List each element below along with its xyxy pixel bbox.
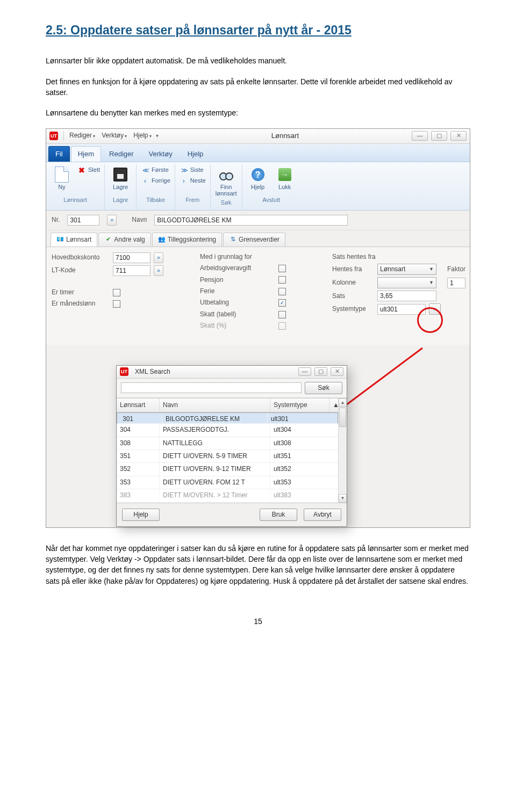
window-title: Lønnsart bbox=[159, 131, 412, 141]
tab-grenseverdier[interactable]: ⇅ Grenseverdier bbox=[223, 233, 285, 247]
app-window: UT Rediger ▾ Verktøy ▾ Hjelp ▾ ▾ Lønnsar… bbox=[46, 128, 470, 528]
sats-label: Sats bbox=[332, 292, 374, 301]
xml-search-dialog: UT XML Search — ▢ ✕ Søk Lønnsart Navn Sy… bbox=[116, 365, 347, 527]
ltkode-lookup[interactable]: » bbox=[154, 265, 163, 276]
ribbon-tab-rediger[interactable]: Rediger bbox=[102, 146, 141, 162]
utbet-checkbox[interactable]: ✓ bbox=[278, 299, 286, 307]
grid-row[interactable]: 352DIETT U/OVERN. 9-12 TIMERult352 bbox=[117, 463, 338, 476]
delete-x-icon: ✖ bbox=[77, 166, 86, 175]
hovedbokskonto-input[interactable] bbox=[113, 252, 150, 263]
grid-row[interactable]: 301BILGODTGJØRELSE KMult301 bbox=[117, 412, 338, 424]
dialog-close-button[interactable]: ✕ bbox=[331, 367, 343, 376]
tab-andre-valg[interactable]: ✔ Andre valg bbox=[98, 233, 150, 247]
ribbon-tab-hjelp[interactable]: Hjelp bbox=[181, 146, 211, 162]
ribbon-tab-hjem[interactable]: Hjem bbox=[71, 146, 101, 162]
satshentes-heading: Sats hentes fra bbox=[332, 252, 376, 262]
pensjon-label: Pensjon bbox=[200, 276, 275, 285]
check-icon: ✔ bbox=[104, 236, 112, 243]
binoculars-icon bbox=[218, 166, 234, 183]
ribbon: Ny ✖ Slett Lønnsart Lagre Lagre bbox=[46, 162, 470, 210]
hovedbokskonto-label: Hovedbokskonto bbox=[52, 253, 110, 262]
skattpct-checkbox[interactable] bbox=[278, 322, 286, 330]
qa-menu-hjelp[interactable]: Hjelp ▾ bbox=[133, 131, 152, 140]
grid-row[interactable]: 353DIETT U/OVERN. FOM 12 Tult353 bbox=[117, 476, 338, 489]
kolonne-select[interactable]: ▼ bbox=[377, 277, 436, 288]
medigrunnlag-heading: Med i grunnlag for bbox=[200, 252, 252, 262]
qa-menu-verktoy[interactable]: Verktøy ▾ bbox=[102, 131, 127, 140]
col-navn[interactable]: Navn bbox=[160, 398, 270, 412]
grid-row[interactable]: 351DIETT U/OVERN. 5-9 TIMERult351 bbox=[117, 450, 338, 463]
ribbon-btn-last[interactable]: ≫ Siste bbox=[178, 165, 207, 175]
tab-tilleggskontering[interactable]: 👥 Tilleggskontering bbox=[152, 233, 222, 247]
ribbon-tab-verktoy[interactable]: Verktøy bbox=[142, 146, 180, 162]
grid-row[interactable]: 304PASSASJERGODTGJ.ult304 bbox=[117, 424, 338, 437]
dialog-minimize-button[interactable]: — bbox=[298, 367, 311, 376]
ribbon-tabstrip: Fil Hjem Rediger Verktøy Hjelp bbox=[46, 144, 470, 163]
header-fields: Nr. » Navn bbox=[46, 211, 470, 230]
ribbon-btn-prev[interactable]: ‹ Forrige bbox=[140, 176, 171, 186]
dialog-hjelp-button[interactable]: Hjelp bbox=[122, 509, 160, 521]
scroll-up-icon[interactable]: ▲ bbox=[339, 398, 347, 407]
chevron-last-icon: ≫ bbox=[180, 166, 188, 175]
ribbon-tab-fil[interactable]: Fil bbox=[48, 146, 70, 162]
page-number: 15 bbox=[46, 616, 470, 627]
dialog-maximize-button[interactable]: ▢ bbox=[314, 367, 327, 376]
col-systemtype[interactable]: Systemtype bbox=[270, 398, 329, 412]
ribbon-btn-hjelp[interactable]: ? Hjelp bbox=[246, 165, 270, 191]
ribbon-btn-lukk[interactable]: Lukk bbox=[273, 165, 297, 191]
ermnd-label: Er månedslønn bbox=[52, 299, 110, 308]
qa-menu-rediger[interactable]: Rediger ▾ bbox=[69, 131, 95, 140]
ertimer-label: Er timer bbox=[52, 288, 110, 297]
ferie-checkbox[interactable] bbox=[278, 288, 286, 295]
nr-label: Nr. bbox=[52, 215, 60, 224]
scroll-thumb[interactable] bbox=[339, 408, 346, 427]
arb-checkbox[interactable] bbox=[278, 265, 286, 272]
tab-lonnsart[interactable]: 💶 Lønnsart bbox=[51, 233, 97, 247]
ltkode-input[interactable] bbox=[113, 265, 150, 276]
dialog-search-input[interactable] bbox=[121, 382, 302, 393]
grid-row[interactable]: 383DIETT M/OVERN. > 12 Timerult383 bbox=[117, 489, 338, 502]
ribbon-btn-finn[interactable]: Finn lønnsart bbox=[214, 165, 239, 198]
ertimer-checkbox[interactable] bbox=[113, 289, 120, 296]
app-icon: UT bbox=[49, 132, 58, 140]
ribbon-btn-next[interactable]: › Neste bbox=[178, 176, 207, 186]
systemtype-label: Systemtype bbox=[332, 305, 374, 314]
pensjon-checkbox[interactable] bbox=[278, 276, 286, 284]
chevron-next-icon: › bbox=[180, 177, 188, 185]
dialog-title: XML Search bbox=[135, 367, 295, 376]
ribbon-btn-first[interactable]: ≪ Første bbox=[140, 165, 171, 175]
dialog-avbryt-button[interactable]: Avbryt bbox=[304, 509, 341, 521]
kolonne-label: Kolonne bbox=[332, 278, 374, 287]
ribbon-group-lonnsart: Lønnsart bbox=[63, 195, 87, 206]
exit-door-icon bbox=[277, 166, 293, 183]
dialog-scrollbar[interactable]: ▲ ▼ bbox=[338, 398, 347, 503]
sats-input[interactable] bbox=[377, 291, 436, 301]
col-lonnsart[interactable]: Lønnsart bbox=[117, 398, 160, 412]
hentesfra-select[interactable]: Lønnsart▼ bbox=[377, 264, 436, 275]
updown-icon: ⇅ bbox=[229, 236, 236, 243]
minimize-button[interactable]: — bbox=[412, 131, 428, 141]
nr-input[interactable] bbox=[67, 215, 99, 226]
dialog-bruk-button[interactable]: Bruk bbox=[260, 509, 297, 521]
ferie-label: Ferie bbox=[200, 287, 275, 296]
faktor-input[interactable] bbox=[447, 278, 465, 288]
ribbon-group-tilbake: Tilbake bbox=[146, 195, 165, 206]
ribbon-group-lagre: Lagre bbox=[113, 195, 128, 206]
scroll-down-icon[interactable]: ▼ bbox=[339, 494, 347, 503]
new-page-icon bbox=[54, 166, 70, 183]
navn-input[interactable] bbox=[154, 215, 348, 226]
navn-label: Navn bbox=[132, 215, 147, 224]
dialog-search-button[interactable]: Søk bbox=[305, 382, 342, 394]
ermnd-checkbox[interactable] bbox=[113, 300, 120, 308]
paragraph-1: Lønnsarter blir ikke oppdatert automatis… bbox=[46, 55, 470, 66]
help-icon: ? bbox=[250, 166, 266, 183]
hovedbokskonto-lookup[interactable]: » bbox=[154, 252, 163, 263]
maximize-button[interactable]: ▢ bbox=[431, 131, 447, 141]
grid-row[interactable]: 308NATTILLEGGult308 bbox=[117, 437, 338, 450]
ribbon-btn-lagre[interactable]: Lagre bbox=[108, 165, 133, 191]
nr-lookup-button[interactable]: » bbox=[107, 215, 117, 226]
ribbon-btn-slett[interactable]: ✖ Slett bbox=[76, 165, 101, 175]
skatttab-checkbox[interactable] bbox=[278, 311, 286, 318]
ribbon-btn-ny[interactable]: Ny bbox=[49, 165, 74, 191]
close-button[interactable]: ✕ bbox=[450, 131, 467, 141]
